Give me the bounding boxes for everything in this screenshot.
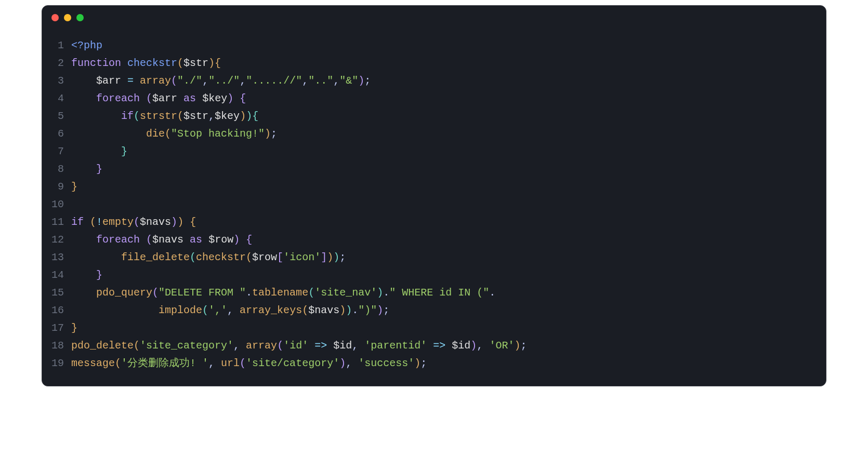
code-line[interactable]: 19message('分类删除成功! ', url('site/category… — [42, 355, 826, 372]
code-token: ) — [240, 110, 246, 122]
code-token: ! — [96, 216, 102, 228]
code-line[interactable]: 18pdo_delete('site_category', array('id'… — [42, 337, 826, 355]
code-line[interactable]: 13 file_delete(checkstr($row['icon'])); — [42, 249, 826, 266]
code-token: ( — [165, 128, 171, 140]
line-content[interactable]: file_delete(checkstr($row['icon'])); — [71, 249, 826, 266]
window-minimize-icon[interactable] — [64, 14, 71, 21]
window-close-icon[interactable] — [51, 14, 59, 21]
code-line[interactable]: 7 } — [42, 143, 826, 160]
code-token: if — [121, 110, 134, 122]
code-line[interactable]: 4 foreach ($arr as $key) { — [42, 90, 826, 107]
code-token: 'OR' — [489, 340, 514, 352]
code-token — [240, 340, 246, 352]
code-token: , — [240, 75, 246, 87]
code-line[interactable]: 10 — [42, 196, 826, 213]
code-token: ( — [115, 357, 121, 369]
code-token: foreach — [96, 92, 140, 104]
line-content[interactable]: } — [71, 319, 826, 337]
code-token: 'site/category' — [246, 357, 339, 369]
line-content[interactable]: pdo_query("DELETE FROM ".tablename('site… — [71, 284, 826, 302]
code-token — [71, 110, 121, 122]
code-token: = — [127, 75, 134, 87]
code-token — [445, 340, 452, 352]
line-content[interactable]: } — [71, 178, 826, 196]
code-token: 'site_category' — [140, 340, 233, 352]
code-token: $str — [183, 57, 208, 69]
code-token: pdo_query — [96, 287, 152, 299]
code-window: 1<?php2function checkstr($str){3 $arr = … — [42, 5, 826, 386]
line-content[interactable]: } — [71, 266, 826, 284]
line-number: 17 — [42, 319, 71, 337]
line-content[interactable]: } — [71, 160, 826, 178]
window-maximize-icon[interactable] — [76, 14, 84, 21]
code-token — [71, 163, 96, 175]
code-token: { — [252, 110, 258, 122]
line-content[interactable]: <?php — [71, 37, 826, 55]
code-token: ) — [227, 92, 233, 104]
code-line[interactable]: 11if (!empty($navs)) { — [42, 213, 826, 231]
code-token: ) — [339, 304, 346, 316]
code-token: <?php — [71, 39, 102, 51]
code-line[interactable]: 5 if(strstr($str,$key)){ — [42, 107, 826, 125]
line-number: 12 — [42, 231, 71, 249]
line-content[interactable]: function checkstr($str){ — [71, 55, 826, 72]
code-line[interactable]: 1<?php — [42, 37, 826, 55]
code-token: ( — [246, 251, 252, 263]
code-line[interactable]: 16 implode(',', array_keys($navs)).")"); — [42, 302, 826, 319]
code-token: ( — [190, 251, 196, 263]
line-number: 10 — [42, 196, 71, 213]
line-content[interactable]: $arr = array("./","../",".....//","..","… — [71, 72, 826, 90]
code-token: } — [121, 145, 127, 157]
code-token: , — [202, 75, 208, 87]
line-content[interactable]: } — [71, 143, 826, 160]
code-token: ; — [383, 304, 389, 316]
code-token: $row — [252, 251, 277, 263]
line-content[interactable]: implode(',', array_keys($navs)).")"); — [71, 302, 826, 319]
line-content[interactable]: die("Stop hacking!"); — [71, 125, 826, 143]
code-line[interactable]: 14 } — [42, 266, 826, 284]
code-token: ( — [177, 57, 183, 69]
line-content[interactable]: if (!empty($navs)) { — [71, 213, 826, 231]
code-token: 'site_nav' — [314, 287, 377, 299]
line-number: 14 — [42, 266, 71, 284]
code-token — [71, 145, 121, 157]
line-content[interactable]: if(strstr($str,$key)){ — [71, 107, 826, 125]
line-number: 9 — [42, 178, 71, 196]
code-line[interactable]: 9} — [42, 178, 826, 196]
line-content[interactable] — [71, 196, 826, 213]
code-line[interactable]: 12 foreach ($navs as $row) { — [42, 231, 826, 249]
code-token — [71, 269, 96, 281]
code-line[interactable]: 17} — [42, 319, 826, 337]
code-line[interactable]: 8 } — [42, 160, 826, 178]
code-line[interactable]: 3 $arr = array("./","../",".....//",".."… — [42, 72, 826, 90]
code-token: => — [314, 340, 327, 352]
line-number: 5 — [42, 107, 71, 125]
code-line[interactable]: 15 pdo_query("DELETE FROM ".tablename('s… — [42, 284, 826, 302]
code-token: , — [208, 357, 215, 369]
line-number: 16 — [42, 302, 71, 319]
code-token: . — [246, 287, 252, 299]
line-content[interactable]: pdo_delete('site_category', array('id' =… — [71, 337, 826, 355]
code-token — [140, 92, 146, 104]
line-number: 13 — [42, 249, 71, 266]
line-content[interactable]: message('分类删除成功! ', url('site/category')… — [71, 355, 826, 372]
code-token — [177, 92, 183, 104]
code-token: ) — [414, 357, 420, 369]
code-token — [71, 75, 96, 87]
code-line[interactable]: 2function checkstr($str){ — [42, 55, 826, 72]
code-token — [71, 128, 146, 140]
code-token: $str — [183, 110, 208, 122]
line-content[interactable]: foreach ($arr as $key) { — [71, 90, 826, 107]
code-token — [71, 92, 96, 104]
code-token: , — [346, 357, 352, 369]
code-token — [121, 75, 127, 87]
code-line[interactable]: 6 die("Stop hacking!"); — [42, 125, 826, 143]
code-token: ) — [346, 304, 352, 316]
code-token: ] — [321, 251, 327, 263]
code-token — [183, 234, 190, 246]
code-editor[interactable]: 1<?php2function checkstr($str){3 $arr = … — [42, 26, 826, 386]
code-token: ( — [152, 287, 159, 299]
line-content[interactable]: foreach ($navs as $row) { — [71, 231, 826, 249]
code-token: , — [352, 340, 358, 352]
code-token — [240, 234, 246, 246]
